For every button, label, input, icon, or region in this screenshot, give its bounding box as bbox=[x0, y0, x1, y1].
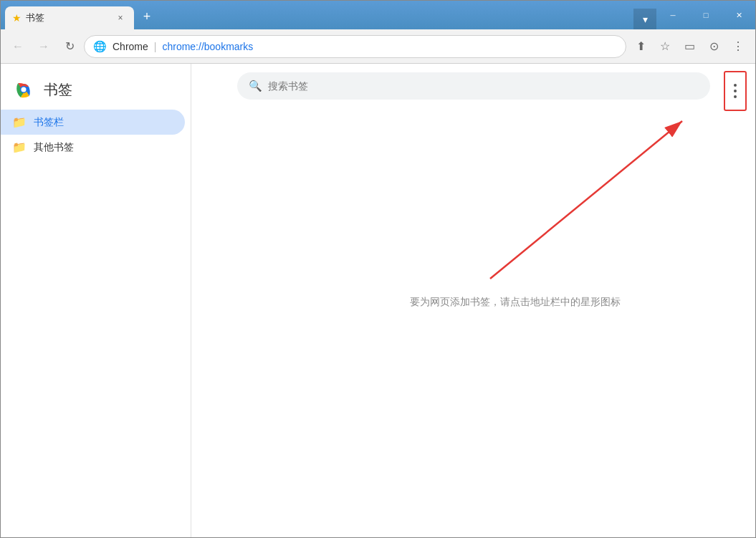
address-site-name: Chrome bbox=[113, 41, 148, 52]
chrome-menu-button[interactable]: ⋮ bbox=[727, 35, 750, 58]
forward-button[interactable]: → bbox=[32, 35, 55, 58]
empty-bookmarks-hint: 要为网页添加书签，请点击地址栏中的星形图标 bbox=[410, 295, 621, 308]
sidebar-title: 书签 bbox=[44, 80, 72, 100]
titlebar: ★ 书签 × + ▾ bbox=[1, 1, 755, 29]
active-tab[interactable]: ★ 书签 × bbox=[5, 6, 134, 29]
profile-icon: ⊙ bbox=[709, 39, 719, 53]
search-input-wrap[interactable]: 🔍 bbox=[237, 72, 710, 100]
browser-window: ★ 书签 × + ▾ ← → ↻ bbox=[0, 0, 756, 538]
refresh-icon: ↻ bbox=[65, 39, 75, 53]
content-area: 书签 📁 书签栏 📁 其他书签 🔍 要为网页添加书签，请点击地 bbox=[1, 64, 755, 537]
dot-icon-1 bbox=[734, 84, 737, 87]
share-button[interactable]: ⬆ bbox=[629, 35, 652, 58]
address-bar[interactable]: 🌐 Chrome | chrome://bookmarks bbox=[84, 35, 626, 58]
tab-close-button[interactable]: × bbox=[114, 11, 127, 24]
svg-point-3 bbox=[21, 87, 27, 92]
close-icon bbox=[736, 10, 742, 20]
bookmark-button[interactable]: ☆ bbox=[654, 35, 676, 58]
navbar: ← → ↻ 🌐 Chrome | chrome://bookmarks ⬆ ☆ … bbox=[1, 29, 755, 64]
minimize-icon bbox=[670, 10, 675, 20]
new-tab-button[interactable]: + bbox=[137, 6, 157, 27]
back-button[interactable]: ← bbox=[6, 35, 29, 58]
sidebar-item-label: 其他书签 bbox=[34, 141, 74, 154]
tab-title: 书签 bbox=[26, 11, 110, 24]
address-separator: | bbox=[154, 41, 157, 52]
maximize-icon bbox=[704, 10, 709, 20]
search-input[interactable] bbox=[268, 80, 699, 92]
toolbar-actions: ⬆ ☆ ▭ ⊙ ⋮ bbox=[629, 35, 750, 58]
tab-dropdown-button[interactable]: ▾ bbox=[633, 9, 656, 29]
sidebar: 书签 📁 书签栏 📁 其他书签 bbox=[1, 64, 191, 537]
profile-button[interactable]: ⊙ bbox=[702, 35, 725, 58]
window-controls bbox=[656, 1, 755, 29]
folder-icon: 📁 bbox=[12, 140, 27, 154]
tab-favicon: ★ bbox=[12, 12, 21, 24]
tab-strip: ★ 书签 × + bbox=[1, 1, 633, 29]
forward-icon: → bbox=[38, 40, 49, 53]
address-url: chrome://bookmarks bbox=[162, 41, 253, 52]
sidebar-item-bookmarks-bar[interactable]: 📁 书签栏 bbox=[1, 110, 185, 135]
back-icon: ← bbox=[12, 40, 24, 53]
search-bar-container: 🔍 bbox=[191, 64, 755, 108]
svg-line-5 bbox=[490, 121, 682, 279]
folder-icon: 📁 bbox=[12, 115, 27, 129]
maximize-button[interactable] bbox=[689, 5, 722, 26]
bookmarks-menu-button[interactable] bbox=[724, 71, 747, 111]
site-security-icon: 🌐 bbox=[93, 40, 107, 53]
annotation-arrow bbox=[218, 78, 719, 314]
sidebar-toggle-button[interactable]: ▭ bbox=[678, 35, 701, 58]
main-area: 🔍 要为网页添加书签，请点击地址栏中的星形图标 bbox=[191, 64, 755, 537]
dot-icon-2 bbox=[734, 90, 737, 92]
sidebar-header: 书签 bbox=[1, 69, 191, 110]
sidebar-item-other-bookmarks[interactable]: 📁 其他书签 bbox=[1, 135, 185, 160]
refresh-button[interactable]: ↻ bbox=[58, 35, 81, 58]
minimize-button[interactable] bbox=[656, 5, 689, 26]
more-icon: ⋮ bbox=[732, 39, 744, 53]
bookmark-star-icon: ☆ bbox=[660, 39, 670, 53]
chrome-logo-icon bbox=[12, 78, 35, 101]
sidebar-icon: ▭ bbox=[684, 39, 695, 53]
sidebar-item-label: 书签栏 bbox=[34, 116, 64, 129]
close-button[interactable] bbox=[722, 5, 755, 26]
search-icon: 🔍 bbox=[249, 80, 262, 92]
dot-icon-3 bbox=[734, 95, 737, 98]
share-icon: ⬆ bbox=[636, 39, 646, 53]
